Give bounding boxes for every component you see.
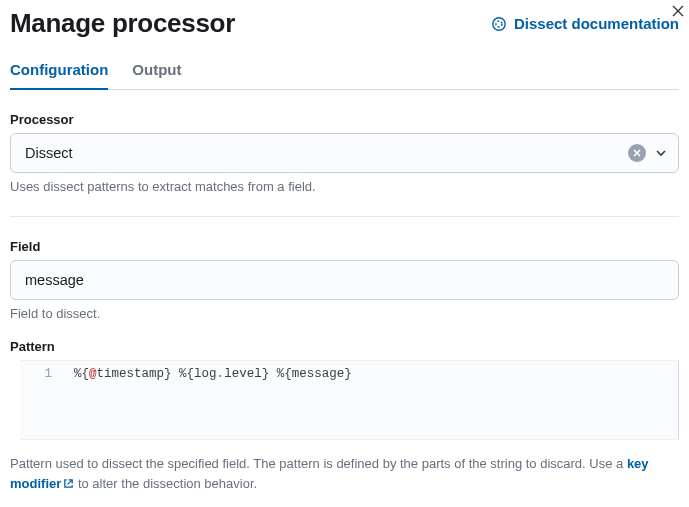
close-icon [671, 4, 685, 18]
documentation-link[interactable]: Dissect documentation [491, 15, 679, 32]
pattern-group: Pattern 1 %{@timestamp} %{log.level} %{m… [10, 339, 679, 494]
gutter: 1 [20, 361, 70, 439]
svg-point-1 [496, 21, 502, 27]
help-icon [491, 16, 507, 32]
page-title: Manage processor [10, 8, 235, 39]
processor-select[interactable]: Dissect [10, 133, 679, 173]
pattern-editor[interactable]: 1 %{@timestamp} %{log.level} %{message} [20, 360, 679, 440]
pattern-help: Pattern used to dissect the specified fi… [10, 454, 679, 494]
tabs: Configuration Output [10, 61, 679, 90]
processor-help: Uses dissect patterns to extract matches… [10, 179, 679, 194]
processor-group: Processor Dissect Uses dissect patterns … [10, 112, 679, 194]
x-icon [633, 149, 641, 157]
field-input[interactable] [10, 260, 679, 300]
close-button[interactable] [667, 0, 689, 22]
field-label: Field [10, 239, 679, 254]
chevron-down-icon [654, 146, 668, 160]
header: Manage processor Dissect documentation [10, 8, 679, 39]
line-number: 1 [20, 367, 52, 381]
pattern-label: Pattern [10, 339, 679, 354]
tab-configuration[interactable]: Configuration [10, 61, 108, 90]
processor-value: Dissect [25, 145, 628, 161]
field-help: Field to dissect. [10, 306, 679, 321]
code-line: %{@timestamp} %{log.level} %{message} [70, 361, 352, 439]
documentation-link-label: Dissect documentation [514, 15, 679, 32]
external-link-icon [63, 475, 74, 495]
field-group: Field Field to dissect. [10, 239, 679, 321]
pattern-help-prefix: Pattern used to dissect the specified fi… [10, 456, 627, 471]
clear-processor-button[interactable] [628, 144, 646, 162]
divider [10, 216, 679, 217]
svg-point-0 [493, 17, 505, 29]
processor-label: Processor [10, 112, 679, 127]
tab-output[interactable]: Output [132, 61, 181, 90]
processor-dropdown-toggle[interactable] [654, 146, 668, 160]
pattern-help-suffix: to alter the dissection behavior. [74, 476, 257, 491]
